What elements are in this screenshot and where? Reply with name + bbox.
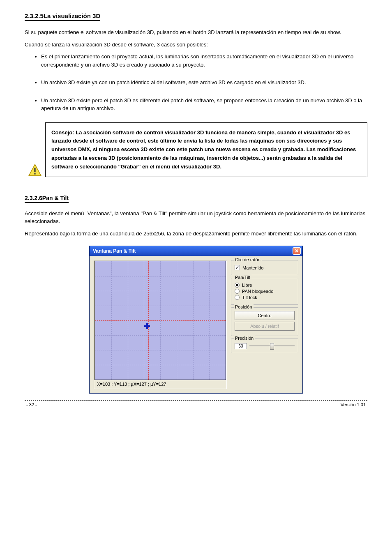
radio-icon[interactable]	[235, 283, 240, 288]
bullet-list: Es el primer lanzamiento con el proyecto…	[41, 53, 367, 113]
radio-icon[interactable]	[235, 295, 240, 300]
checkbox-icon[interactable]: ✓	[235, 265, 240, 270]
radio-label: Libre	[242, 283, 252, 288]
radio-tilt-lock[interactable]: Tilt lock	[235, 295, 295, 300]
group-click: Clic de ratón ✓ Mantenido	[231, 260, 298, 275]
radio-label: Tilt lock	[242, 295, 257, 300]
svg-rect-2	[34, 173, 35, 174]
crosshair-horizontal	[95, 320, 226, 321]
radio-libre[interactable]: Libre	[235, 283, 295, 288]
window-titlebar[interactable]: Vantana Pan & Tilt ✕	[90, 246, 302, 256]
checkbox-label: Mantenido	[242, 265, 263, 270]
group-pantilt: Pan/Tilt Libre PAN bloqueado Tilt lock	[231, 278, 298, 305]
group-legend: Posición	[234, 304, 254, 309]
radio-label: PAN bloqueado	[242, 289, 273, 294]
page-footer: - 32 - Versión 1.01	[25, 402, 367, 407]
group-precision: Precisión 63	[231, 339, 298, 353]
version-label: Versión 1.01	[341, 402, 366, 407]
window-title: Vantana Pan & Tilt	[93, 248, 136, 254]
page-number: - 32 -	[26, 402, 37, 407]
svg-rect-1	[34, 168, 35, 172]
divider	[25, 400, 367, 401]
center-button[interactable]: Centro	[235, 311, 295, 320]
section-title-3d: 2.3.2.5La visualización 3D	[25, 12, 100, 21]
paragraph: Representado bajo la forma de una cuadrí…	[25, 230, 367, 238]
section-title-pantilt: 2.3.2.6Pan & Tilt	[25, 195, 69, 203]
precision-slider[interactable]	[249, 342, 295, 350]
cursor-cross-icon[interactable]	[144, 323, 150, 329]
tip-text: Consejo: La asociación software de contr…	[51, 129, 356, 170]
list-item: Un archivo 3D existe ya con un patch idé…	[41, 78, 367, 87]
group-position: Posición Centro Absolu / relatif	[231, 307, 298, 336]
list-item: Es el primer lanzamiento con el proyecto…	[41, 53, 367, 69]
list-item: Un archivo 3D existe pero el patch 3D es…	[41, 97, 367, 113]
group-legend: Precisión	[234, 336, 255, 341]
tip-box: Consejo: La asociación software de contr…	[45, 122, 367, 177]
checkbox-mantenido[interactable]: ✓ Mantenido	[235, 265, 295, 270]
coordinates-readout: X=103 ; Y=113 ; µX=127 ; µY=127	[95, 380, 226, 388]
radio-icon[interactable]	[235, 289, 240, 294]
close-icon[interactable]: ✕	[293, 247, 301, 255]
radio-pan-bloqueado[interactable]: PAN bloqueado	[235, 289, 295, 294]
group-legend: Pan/Tilt	[234, 275, 251, 280]
group-legend: Clic de ratón	[234, 257, 262, 262]
slider-thumb[interactable]	[270, 343, 274, 350]
paragraph: Accesible desde el menú "Ventanas", la v…	[25, 210, 367, 226]
absolute-relative-button[interactable]: Absolu / relatif	[235, 322, 295, 331]
pantilt-pad[interactable]	[95, 261, 226, 380]
pantilt-window: Vantana Pan & Tilt ✕	[89, 246, 303, 394]
warning-icon	[28, 164, 42, 177]
paragraph: Si su paquete contiene el software de vi…	[25, 28, 367, 37]
precision-value: 63	[235, 343, 247, 349]
paragraph: Cuando se lanza la visualización 3D desd…	[25, 41, 367, 49]
